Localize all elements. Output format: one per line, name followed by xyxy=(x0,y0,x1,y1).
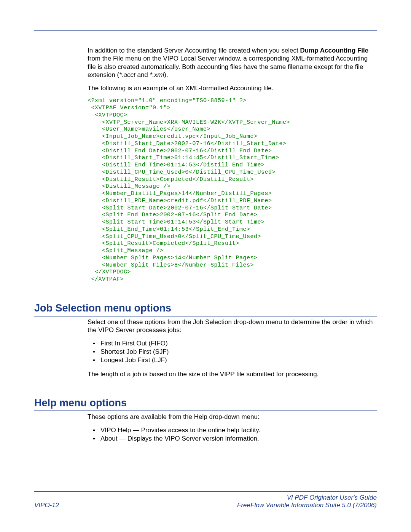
xml-code-block: <?xml version="1.0" encoding="ISO-8859-1… xyxy=(88,97,377,283)
footer-doc-title: VI PDF Originator User's Guide xyxy=(237,494,377,502)
intro-close: ). xyxy=(164,71,168,78)
intro-p1-pre: In addition to the standard Server Accou… xyxy=(88,47,300,54)
intro-ext1: *.acct xyxy=(119,71,135,78)
intro-and: and xyxy=(135,71,150,78)
page: In addition to the standard Server Accou… xyxy=(0,0,411,532)
top-rule xyxy=(34,30,377,31)
footer-doc-version: FreeFlow Variable Information Suite 5.0 … xyxy=(237,502,377,509)
footer-row: VIPO-12 VI PDF Originator User's Guide F… xyxy=(34,494,377,509)
help-block: These options are available from the Hel… xyxy=(88,413,377,443)
footer-page-number: VIPO-12 xyxy=(34,502,59,509)
help-list: VIPO Help — Provides access to the onlin… xyxy=(88,426,377,443)
list-item: Shortest Job First (SJF) xyxy=(88,348,377,356)
help-heading: Help menu options xyxy=(34,397,377,411)
intro-ext2: *.xml xyxy=(150,71,164,78)
footer-right: VI PDF Originator User's Guide FreeFlow … xyxy=(237,494,377,509)
intro-block: In addition to the standard Server Accou… xyxy=(88,46,377,283)
job-selection-heading: Job Selection menu options xyxy=(34,302,377,316)
help-p1: These options are available from the Hel… xyxy=(88,413,377,421)
footer: VIPO-12 VI PDF Originator User's Guide F… xyxy=(34,491,377,509)
footer-rule xyxy=(34,491,377,492)
job-selection-block: Select one of these options from the Job… xyxy=(88,318,377,378)
list-item: VIPO Help — Provides access to the onlin… xyxy=(88,426,377,435)
list-item: About — Displays the VIPO Server version… xyxy=(88,435,377,443)
list-item: Longest Job First (LJF) xyxy=(88,356,377,364)
intro-p1-bold: Dump Accounting File xyxy=(300,47,369,54)
intro-paragraph-1: In addition to the standard Server Accou… xyxy=(88,46,377,79)
job-selection-list: First In First Out (FIFO) Shortest Job F… xyxy=(88,339,377,364)
intro-paragraph-2: The following is an example of an XML-fo… xyxy=(88,84,377,92)
job-selection-p1: Select one of these options from the Job… xyxy=(88,318,377,334)
job-selection-p2: The length of a job is based on the size… xyxy=(88,370,377,378)
list-item: First In First Out (FIFO) xyxy=(88,339,377,348)
